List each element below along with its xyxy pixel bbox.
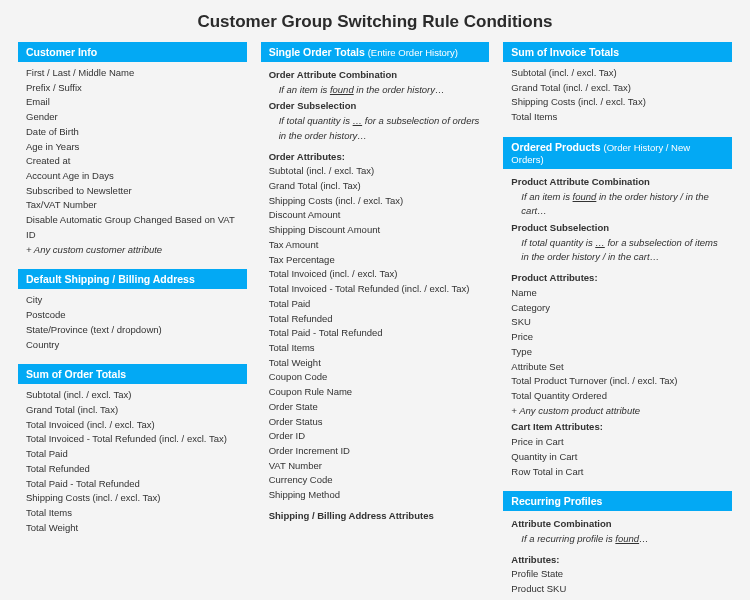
list-item: Shipping Method (269, 488, 482, 503)
section-sum-invoice: Sum of Invoice Totals Subtotal (incl. / … (503, 42, 732, 127)
list-item: Total Invoiced (incl. / excl. Tax) (26, 418, 239, 433)
ordered-group1-desc: If an item is found in the order history… (511, 190, 724, 219)
sum-order-totals-list: Subtotal (incl. / excl. Tax)Grand Total … (26, 388, 239, 535)
desc-pre: If a recurring profile is (521, 533, 615, 544)
recurring-attrs-list: Profile StateProduct SKUProduct Quantity (511, 567, 724, 600)
list-item: Total Invoiced - Total Refunded (incl. /… (269, 282, 482, 297)
ordered-prod-attrs-heading: Product Attributes: (511, 271, 724, 286)
list-item: Country (26, 338, 239, 353)
list-item: Prefix / Suffix (26, 81, 239, 96)
list-item: Subtotal (incl. / excl. Tax) (511, 66, 724, 81)
list-item: Total Product Turnover (incl. / excl. Ta… (511, 374, 724, 389)
list-item: Account Age in Days (26, 169, 239, 184)
list-item: Subtotal (incl. / excl. Tax) (269, 164, 482, 179)
list-item: Row Total in Cart (511, 465, 724, 480)
single-order-group1-title: Order Attribute Combination (269, 68, 482, 83)
list-item: Grand Total (incl. Tax) (26, 403, 239, 418)
list-item: Date of Birth (26, 125, 239, 140)
section-body-recurring: Attribute Combination If a recurring pro… (503, 511, 732, 600)
list-item: Tax Amount (269, 238, 482, 253)
default-address-list: CityPostcodeState/Province (text / dropd… (26, 293, 239, 352)
list-item: Discount Amount (269, 208, 482, 223)
list-item: SKU (511, 315, 724, 330)
section-header-single-order-main: Single Order Totals (269, 46, 365, 58)
desc-underline: found (615, 533, 639, 544)
single-order-shipbill-heading: Shipping / Billing Address Attributes (269, 509, 482, 524)
column-2: Single Order Totals (Entire Order Histor… (261, 42, 490, 526)
desc-pre: If an item is (279, 84, 330, 95)
desc-pre: If total quantity is (521, 237, 595, 248)
list-item: Email (26, 95, 239, 110)
section-header-single-order-sub: (Entire Order History) (368, 47, 458, 58)
section-header-recurring: Recurring Profiles (503, 491, 732, 511)
list-item: Gender (26, 110, 239, 125)
list-item: Tax/VAT Number (26, 198, 239, 213)
section-header-sum-invoice: Sum of Invoice Totals (503, 42, 732, 62)
list-item: Grand Total (incl. / excl. Tax) (511, 81, 724, 96)
single-order-group1-desc: If an item is found in the order history… (269, 83, 482, 98)
recurring-attrs-heading: Attributes: (511, 553, 724, 568)
ordered-group2-title: Product Subselection (511, 221, 724, 236)
list-item: Total Items (26, 506, 239, 521)
list-item: Disable Automatic Group Changed Based on… (26, 213, 239, 242)
section-body-single-order: Order Attribute Combination If an item i… (261, 62, 490, 526)
section-ordered-products: Ordered Products (Order History / New Or… (503, 137, 732, 481)
list-item: Total Paid (26, 447, 239, 462)
list-item: Currency Code (269, 473, 482, 488)
list-item: VAT Number (269, 459, 482, 474)
section-header-default-address: Default Shipping / Billing Address (18, 269, 247, 289)
single-order-attrs-list: Subtotal (incl. / excl. Tax)Grand Total … (269, 164, 482, 503)
ordered-group1-title: Product Attribute Combination (511, 175, 724, 190)
ordered-group2-desc: If total quantity is … for a subselectio… (511, 236, 724, 265)
list-item: Subscribed to Newsletter (26, 184, 239, 199)
list-item: Total Invoiced (incl. / excl. Tax) (269, 267, 482, 282)
ordered-prod-attrs-list: NameCategorySKUPriceTypeAttribute SetTot… (511, 286, 724, 404)
section-body-sum-invoice: Subtotal (incl. / excl. Tax)Grand Total … (503, 62, 732, 127)
list-item: Subtotal (incl. / excl. Tax) (26, 388, 239, 403)
list-item: Shipping Costs (incl. / excl. Tax) (26, 491, 239, 506)
list-item: Coupon Code (269, 370, 482, 385)
list-item: Total Quantity Ordered (511, 389, 724, 404)
list-item: Order ID (269, 429, 482, 444)
ordered-cart-attrs-list: Price in CartQuantity in CartRow Total i… (511, 435, 724, 479)
list-item: Postcode (26, 308, 239, 323)
list-item: Created at (26, 154, 239, 169)
list-item: Quantity in Cart (511, 450, 724, 465)
list-item: Name (511, 286, 724, 301)
customer-info-list: First / Last / Middle NamePrefix / Suffi… (26, 66, 239, 243)
list-item: Order Increment ID (269, 444, 482, 459)
section-recurring: Recurring Profiles Attribute Combination… (503, 491, 732, 600)
section-body-default-address: CityPostcodeState/Province (text / dropd… (18, 289, 247, 354)
ordered-cart-attrs-heading: Cart Item Attributes: (511, 420, 724, 435)
list-item: Category (511, 301, 724, 316)
desc-post: in the order history… (354, 84, 445, 95)
columns-container: Customer Info First / Last / Middle Name… (18, 42, 732, 600)
list-item: Shipping Costs (incl. / excl. Tax) (269, 194, 482, 209)
list-item: Total Items (269, 341, 482, 356)
list-item: Shipping Costs (incl. / excl. Tax) (511, 95, 724, 110)
list-item: Order Status (269, 415, 482, 430)
section-body-sum-order-totals: Subtotal (incl. / excl. Tax)Grand Total … (18, 384, 247, 537)
desc-underline: … (595, 237, 605, 248)
list-item: Total Invoiced - Total Refunded (incl. /… (26, 432, 239, 447)
section-header-ordered-products: Ordered Products (Order History / New Or… (503, 137, 732, 169)
desc-post: … (639, 533, 649, 544)
list-item: Total Weight (269, 356, 482, 371)
section-default-address: Default Shipping / Billing Address CityP… (18, 269, 247, 354)
list-item: Profile State (511, 567, 724, 582)
single-order-group2-desc: If total quantity is … for a subselectio… (269, 114, 482, 143)
list-item: Total Weight (26, 521, 239, 536)
list-item: Shipping Discount Amount (269, 223, 482, 238)
list-item: Coupon Rule Name (269, 385, 482, 400)
recurring-group1-title: Attribute Combination (511, 517, 724, 532)
list-item: Total Refunded (26, 462, 239, 477)
page-title: Customer Group Switching Rule Conditions (18, 12, 732, 32)
list-item: Price in Cart (511, 435, 724, 450)
list-item: Type (511, 345, 724, 360)
section-header-sum-order-totals: Sum of Order Totals (18, 364, 247, 384)
list-item: Total Paid - Total Refunded (26, 477, 239, 492)
desc-underline: found (573, 191, 597, 202)
list-item: State/Province (text / dropdown) (26, 323, 239, 338)
list-item: Age in Years (26, 140, 239, 155)
list-item: Total Paid (269, 297, 482, 312)
